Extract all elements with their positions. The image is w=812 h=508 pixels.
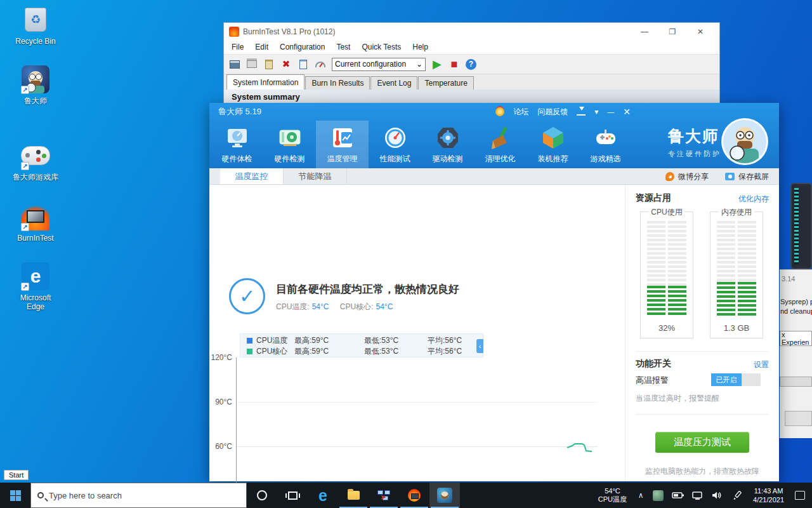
- stop-test-button[interactable]: ■: [449, 58, 460, 70]
- ludashi-titlebar: 鲁大师 5.19 论坛 问题反馈 ▾ — ✕: [209, 103, 779, 121]
- forum-link[interactable]: 论坛: [513, 107, 528, 117]
- legend-row-cpu-core: CPU核心 最高:59°C 最低:53°C 平均:56°C: [247, 346, 483, 357]
- taskbar-ludashi-button[interactable]: [429, 483, 460, 508]
- cortana-button[interactable]: [247, 483, 277, 508]
- delete-icon[interactable]: ✖: [280, 58, 292, 70]
- desktop-icon-label: Recycle Bin: [15, 37, 55, 46]
- optimize-memory-link[interactable]: 优化内存: [738, 194, 769, 204]
- cpu-usage-gauge: CPU使用 32%: [640, 211, 693, 338]
- sysprep-dropdown-fragment[interactable]: x Experien: [780, 331, 812, 346]
- tab-system-information[interactable]: System Information: [226, 74, 304, 90]
- menu-quick-tests[interactable]: Quick Tests: [362, 43, 401, 51]
- alarm-label: 高温报警: [636, 375, 669, 386]
- taskbar-network-app-button[interactable]: ➤: [369, 483, 399, 508]
- save-screenshot-button[interactable]: 保存截屏: [725, 171, 769, 182]
- close-button[interactable]: ✕: [686, 23, 714, 40]
- temperature-stress-test-button[interactable]: 温度压力测试: [655, 432, 749, 453]
- save-icon[interactable]: [229, 58, 240, 70]
- menu-dropdown-icon[interactable]: ▾: [594, 107, 598, 116]
- taskbar-clock[interactable]: 11:43 AM 4/21/2021: [747, 486, 790, 504]
- desktop-icon-burnintest[interactable]: ↗ BurnInTest: [5, 202, 66, 243]
- desktop-icon-edge[interactable]: e ↗ Microsoft Edge: [5, 262, 66, 311]
- nav-performance-test[interactable]: 性能测试: [369, 121, 421, 168]
- test-list-icon[interactable]: [298, 58, 309, 70]
- ludashi-icon: ↗: [21, 65, 50, 94]
- clipboard-icon[interactable]: [263, 58, 275, 70]
- status-headline: 目前各硬件温度均正常，散热情况良好: [276, 282, 459, 297]
- nav-temperature-management[interactable]: 温度管理: [316, 121, 369, 168]
- tray-cpu-temp[interactable]: 54°C CPU温度: [592, 487, 633, 504]
- menu-edit[interactable]: Edit: [255, 43, 268, 51]
- taskbar-explorer-button[interactable]: [338, 483, 369, 508]
- desktop-icon-ludashi[interactable]: ↗ 鲁大师: [5, 65, 66, 105]
- tray-ludashi-icon[interactable]: [648, 490, 668, 501]
- tab-temperature[interactable]: Temperature: [418, 76, 473, 90]
- burnintest-titlebar: BurnInTest V8.1 Pro (1012) — ❐ ✕: [224, 23, 719, 40]
- print-icon[interactable]: [246, 58, 258, 70]
- tray-chevron-icon[interactable]: ∧: [633, 491, 648, 500]
- feedback-link[interactable]: 问题反馈: [537, 107, 568, 117]
- nav-cleanup-optimize[interactable]: 清理优化: [474, 121, 527, 168]
- close-button[interactable]: ✕: [623, 107, 631, 117]
- configuration-select[interactable]: Current configuration ⌄: [332, 58, 426, 71]
- desktop-icon-ludashi-games[interactable]: ↗ 鲁大师游戏库: [5, 141, 66, 182]
- network-icon[interactable]: [688, 491, 707, 500]
- download-icon[interactable]: [577, 108, 586, 116]
- y-axis-tick: 120°C: [211, 353, 232, 362]
- weibo-share-button[interactable]: 微博分享: [665, 171, 709, 182]
- tab-burn-in-results[interactable]: Burn In Results: [305, 76, 370, 90]
- legend-collapse-button[interactable]: ‹: [476, 339, 483, 353]
- start-button[interactable]: [0, 483, 30, 508]
- taskbar: Type here to search e ➤ 54°C CPU温度 ∧: [0, 483, 812, 508]
- temperature-main-panel: ✓ 目前各硬件温度均正常，散热情况良好 CPU温度:54°C CPU核心:54°…: [209, 185, 625, 481]
- search-icon: [37, 492, 44, 498]
- task-view-button[interactable]: [277, 483, 308, 508]
- menu-configuration[interactable]: Configuration: [280, 43, 325, 51]
- camera-icon: [725, 173, 735, 180]
- desktop-icon-label: 鲁大师: [24, 97, 47, 105]
- desktop-icon-recycle-bin[interactable]: ♻ Recycle Bin: [5, 5, 66, 46]
- gauge-icon[interactable]: [315, 58, 326, 70]
- cortana-icon: [257, 490, 267, 500]
- nav-game-selection[interactable]: 游戏精选: [579, 121, 632, 168]
- menu-help[interactable]: Help: [412, 43, 428, 51]
- battery-icon[interactable]: [668, 491, 688, 499]
- network-computers-icon: ➤: [377, 490, 390, 500]
- tab-energy-saving[interactable]: 节能降温: [284, 168, 347, 184]
- help-button[interactable]: ?: [466, 59, 476, 70]
- temperature-values: CPU温度:54°C CPU核心:54°C: [276, 302, 393, 312]
- nav-build-recommend[interactable]: 装机推荐: [527, 121, 579, 168]
- volume-icon[interactable]: [707, 491, 727, 500]
- desktop-icon-label: 鲁大师游戏库: [11, 173, 60, 182]
- burnintest-content: System summary: [224, 90, 719, 104]
- nav-hardware-checkup[interactable]: 硬件体检: [211, 121, 263, 168]
- mascot-avatar[interactable]: [721, 118, 768, 165]
- desktop-icon-label: BurnInTest: [17, 234, 53, 243]
- medal-icon[interactable]: [495, 107, 504, 116]
- recycle-bin-icon: ♻: [21, 5, 50, 34]
- ludashi-icon: [437, 488, 452, 503]
- taskbar-search-input[interactable]: Type here to search: [30, 483, 247, 508]
- shortcut-arrow-icon: ↗: [21, 283, 29, 291]
- action-center-button[interactable]: [790, 491, 809, 500]
- high-temp-alarm-toggle[interactable]: 已开启: [711, 373, 761, 386]
- menu-file[interactable]: File: [232, 43, 244, 51]
- menu-test[interactable]: Test: [336, 43, 350, 51]
- minimize-button[interactable]: —: [631, 23, 658, 40]
- nav-hardware-test[interactable]: 硬件检测: [263, 121, 316, 168]
- start-test-button[interactable]: ▶: [431, 58, 443, 70]
- pen-icon[interactable]: [727, 491, 747, 500]
- brand-slogan: 专注硬件防护: [668, 149, 721, 159]
- tab-temperature-monitor[interactable]: 温度监控: [220, 168, 284, 184]
- tab-event-log[interactable]: Event Log: [370, 76, 417, 90]
- sysprep-button-fragment[interactable]: [785, 411, 812, 426]
- nav-driver-detection[interactable]: 驱动检测: [421, 121, 474, 168]
- memory-module-graphic: [790, 183, 812, 269]
- minimize-button[interactable]: —: [607, 108, 614, 116]
- settings-link[interactable]: 设置: [754, 359, 769, 370]
- taskbar-edge-button[interactable]: e: [308, 483, 338, 508]
- maximize-button[interactable]: ❐: [658, 23, 686, 40]
- sysprep-version-text: 3.14: [782, 275, 795, 283]
- taskbar-burnintest-button[interactable]: [399, 483, 429, 508]
- windows-logo-icon: [10, 490, 21, 501]
